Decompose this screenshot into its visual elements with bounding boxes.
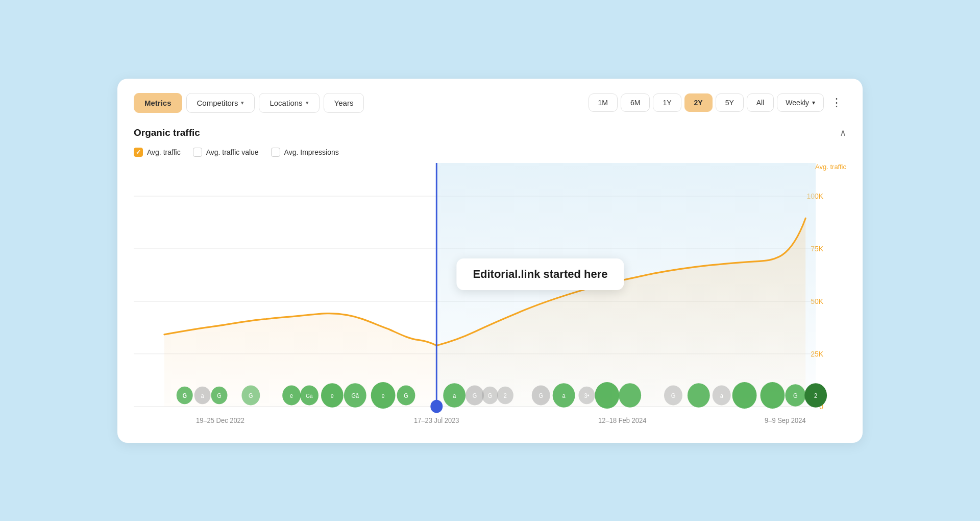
svg-text:e: e (382, 393, 385, 399)
toolbar-left: MetricsCompetitors▾Locations▾Years (134, 93, 364, 113)
toolbar-right: 1M6M1Y2Y5YAllWeekly▾⋮ (589, 93, 847, 112)
time-btn-2y[interactable]: 2Y (684, 93, 713, 112)
y-axis-label: Avg. traffic (815, 163, 846, 171)
legend-item-avg-traffic-value[interactable]: Avg. traffic value (193, 148, 259, 157)
svg-text:12–18 Feb 2024: 12–18 Feb 2024 (598, 416, 647, 424)
time-btn-1y[interactable]: 1Y (653, 93, 681, 112)
checkbox-avg-traffic[interactable] (134, 148, 143, 157)
svg-point-51 (595, 382, 619, 409)
svg-text:G: G (793, 393, 798, 399)
svg-text:19–25 Dec 2022: 19–25 Dec 2022 (196, 416, 244, 424)
chart-container: Avg. traffic 100K 75K 50K 25K 0 (134, 163, 846, 429)
svg-point-55 (688, 383, 710, 408)
svg-text:3•: 3• (584, 393, 589, 399)
svg-text:G: G (404, 393, 408, 399)
svg-text:a: a (562, 393, 566, 399)
svg-text:a: a (720, 393, 724, 399)
svg-text:17–23 Jul 2023: 17–23 Jul 2023 (414, 416, 459, 424)
chart-svg: 100K 75K 50K 25K 0 (134, 163, 846, 429)
svg-text:G: G (249, 393, 253, 399)
weekly-arrow-icon: ▾ (812, 99, 815, 106)
legend-label-avg-impressions: Avg. Impressions (284, 148, 339, 156)
tab-years[interactable]: Years (324, 93, 364, 113)
svg-text:2: 2 (814, 393, 817, 399)
weekly-label: Weekly (786, 99, 809, 107)
tab-competitors[interactable]: Competitors▾ (186, 93, 255, 113)
tab-locations[interactable]: Locations▾ (259, 93, 319, 113)
svg-text:G: G (488, 393, 493, 399)
competitors-arrow-icon: ▾ (241, 100, 244, 106)
svg-text:G: G (182, 393, 187, 399)
time-btn-1m[interactable]: 1M (589, 93, 618, 112)
time-btn-5y[interactable]: 5Y (716, 93, 744, 112)
svg-text:9–9 Sep 2024: 9–9 Sep 2024 (765, 416, 806, 424)
legend-item-avg-traffic[interactable]: Avg. traffic (134, 148, 181, 157)
svg-point-59 (760, 382, 785, 409)
svg-text:G: G (473, 393, 477, 399)
svg-point-12 (430, 399, 443, 413)
time-btn-all[interactable]: All (747, 93, 774, 112)
legend-row: Avg. trafficAvg. traffic valueAvg. Impre… (134, 148, 846, 157)
section-header: Organic traffic ∧ (134, 127, 846, 138)
tab-metrics[interactable]: Metrics (134, 93, 182, 113)
weekly-button[interactable]: Weekly▾ (777, 93, 824, 112)
locations-arrow-icon: ▾ (306, 100, 309, 106)
svg-text:G: G (217, 393, 222, 399)
main-card: MetricsCompetitors▾Locations▾Years 1M6M1… (117, 79, 863, 443)
toolbar: MetricsCompetitors▾Locations▾Years 1M6M1… (134, 93, 846, 113)
legend-label-avg-traffic-value: Avg. traffic value (206, 148, 259, 156)
svg-text:2: 2 (504, 393, 507, 399)
svg-text:G: G (671, 393, 676, 399)
svg-text:Gā: Gā (306, 393, 312, 399)
legend-label-avg-traffic: Avg. traffic (147, 148, 181, 156)
time-btn-6m[interactable]: 6M (621, 93, 650, 112)
svg-text:a: a (201, 393, 205, 399)
checkbox-avg-traffic-value[interactable] (193, 148, 202, 157)
svg-point-58 (732, 382, 757, 409)
section-title: Organic traffic (134, 127, 200, 138)
svg-text:G: G (538, 393, 543, 399)
svg-text:e: e (290, 393, 293, 399)
legend-item-avg-impressions[interactable]: Avg. Impressions (271, 148, 339, 157)
svg-point-52 (619, 383, 641, 408)
checkbox-avg-impressions[interactable] (271, 148, 280, 157)
svg-text:e: e (331, 393, 334, 399)
more-options-button[interactable]: ⋮ (827, 93, 846, 112)
collapse-button[interactable]: ∧ (840, 127, 846, 138)
svg-text:a: a (453, 393, 456, 399)
svg-text:Gā: Gā (351, 393, 359, 399)
